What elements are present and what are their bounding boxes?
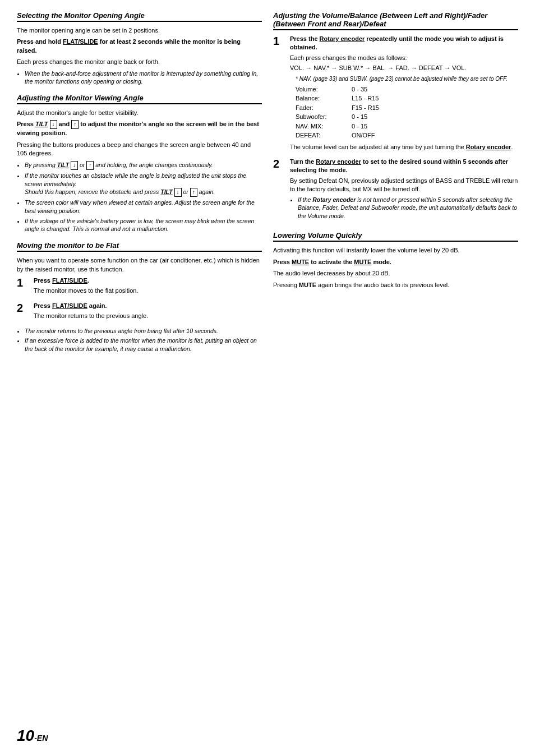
bullet-viewing-3: The screen color will vary when viewed a… <box>25 199 262 215</box>
right-column: Adjusting the Volume/Balance (Between Le… <box>273 11 518 455</box>
value-key-balance: Balance: <box>296 94 340 103</box>
follow-text-mute: The audio level decreases by about 20 dB… <box>273 269 518 278</box>
section-lowering-volume: Lowering Volume Quickly Activating this … <box>273 231 518 290</box>
page: Selecting the Monitor Opening Angle The … <box>0 0 535 756</box>
value-val-defeat: ON/OFF <box>352 131 375 140</box>
step-flat-1-bold: Press FLAT/SLIDE. <box>34 276 262 285</box>
bullet-opening-1: When the back-and-force adjustment of th… <box>25 70 262 86</box>
step-num-flat-1: 1 <box>17 276 30 289</box>
section-volume-balance: Adjusting the Volume/Balance (Between Le… <box>273 11 518 223</box>
section-monitor-viewing: Adjusting the Monitor Viewing Angle Adju… <box>17 94 262 233</box>
value-row-volume: Volume: 0 - 35 <box>296 85 518 94</box>
step-content-flat-2: Press FLAT/SLIDE again. The monitor retu… <box>34 302 262 322</box>
step-num-vol-1: 1 <box>273 35 287 47</box>
step-flat-1: 1 Press FLAT/SLIDE. The monitor moves to… <box>17 276 262 297</box>
step-flat-1-text: The monitor moves to the flat position. <box>34 287 262 295</box>
value-row-navmix: NAV. MIX: 0 - 15 <box>296 122 518 131</box>
bullets-opening: When the back-and-force adjustment of th… <box>25 70 262 86</box>
step-num-vol-2: 2 <box>273 158 287 170</box>
bullet-viewing-1: By pressing TILT ↓ or ↑ and holding, the… <box>25 161 262 170</box>
bullet-vol-2-1: If the Rotary encoder is not turned or p… <box>298 196 518 220</box>
step-flat-2-text: The monitor returns to the previous angl… <box>34 312 262 320</box>
step-vol-2: 2 Turn the Rotary encoder to set to the … <box>273 158 518 223</box>
value-row-subwoofer: Subwoofer: 0 - 15 <box>296 112 518 122</box>
follow-text-viewing: Pressing the buttons produces a beep and… <box>17 141 262 158</box>
intro-monitor-flat: When you want to operate some function o… <box>17 256 262 274</box>
page-suffix: -EN <box>34 734 48 743</box>
step-vol-1-after: The volume level can be adjusted at any … <box>290 143 518 151</box>
step-content-vol-2: Turn the Rotary encoder to set to the de… <box>290 158 518 223</box>
section-title-volume-balance: Adjusting the Volume/Balance (Between Le… <box>273 11 518 30</box>
step-content-flat-1: Press FLAT/SLIDE. The monitor moves to t… <box>34 276 262 297</box>
section-title-monitor-flat: Moving the monitor to be Flat <box>17 241 262 252</box>
step-flat-2: 2 Press FLAT/SLIDE again. The monitor re… <box>17 302 262 322</box>
bullet-viewing-2: If the monitor touches an obstacle while… <box>25 172 262 197</box>
section-title-lowering-volume: Lowering Volume Quickly <box>273 231 518 242</box>
step-vol-2-bold: Turn the Rotary encoder to set to the de… <box>290 158 518 175</box>
bold-instruction-opening: Press and hold FLAT/SLIDE for at least 2… <box>17 38 262 55</box>
section-monitor-flat: Moving the monitor to be Flat When you w… <box>17 241 262 353</box>
value-val-balance: L15 - R15 <box>352 94 379 103</box>
instruction-text-opening: Press and hold FLAT/SLIDE for at least 2… <box>17 38 241 53</box>
intro-lowering-volume: Activating this function will instantly … <box>273 246 518 255</box>
follow-text-opening: Each press changes the monitor angle bac… <box>17 58 262 66</box>
value-key-navmix: NAV. MIX: <box>296 122 340 131</box>
page-number: 10-EN <box>17 727 48 745</box>
value-key-volume: Volume: <box>296 85 340 94</box>
page-num-text: 10 <box>17 727 34 744</box>
step-vol-1-bold: Press the Rotary encoder repeatedly unti… <box>290 35 518 52</box>
value-row-balance: Balance: L15 - R15 <box>296 94 518 103</box>
bold-instruction-viewing: Press TILT ↓ and ↑ to adjust the monitor… <box>17 120 262 137</box>
bullets-viewing: By pressing TILT ↓ or ↑ and holding, the… <box>25 161 262 234</box>
section-monitor-opening: Selecting the Monitor Opening Angle The … <box>17 11 262 86</box>
value-table: Volume: 0 - 35 Balance: L15 - R15 Fader:… <box>296 85 518 140</box>
intro-monitor-viewing: Adjust the monitor's angle for better vi… <box>17 109 262 117</box>
step-vol-2-follow: By setting Defeat ON, previously adjuste… <box>290 177 518 194</box>
left-column: Selecting the Monitor Opening Angle The … <box>17 11 262 455</box>
bullets-vol-2: If the Rotary encoder is not turned or p… <box>298 196 518 220</box>
after-text-mute: Pressing MUTE again brings the audio bac… <box>273 281 518 289</box>
value-key-subwoofer: Subwoofer: <box>296 112 340 122</box>
bullet-flat-2: If an excessive force is added to the mo… <box>25 336 262 353</box>
value-row-fader: Fader: F15 - R15 <box>296 103 518 113</box>
intro-monitor-opening: The monitor opening angle can be set in … <box>17 26 262 35</box>
bullet-viewing-4: If the voltage of the vehicle's battery … <box>25 217 262 233</box>
value-val-fader: F15 - R15 <box>352 103 379 113</box>
step-flat-2-bold: Press FLAT/SLIDE again. <box>34 302 262 310</box>
step-vol-1-note: * NAV. (page 33) and SUBW. (page 23) can… <box>296 76 518 82</box>
value-val-navmix: 0 - 15 <box>352 122 367 131</box>
step-content-vol-1: Press the Rotary encoder repeatedly unti… <box>290 35 518 153</box>
instruction-text-viewing: Press TILT ↓ and ↑ to adjust the monitor… <box>17 121 259 136</box>
bold-instruction-mute: Press MUTE to activate the MUTE mode. <box>273 258 518 266</box>
value-val-volume: 0 - 35 <box>352 85 367 94</box>
step-vol-1-follow: Each press changes the modes as follows: <box>290 54 518 62</box>
bullet-flat-1: The monitor returns to the previous angl… <box>25 327 262 335</box>
value-val-subwoofer: 0 - 15 <box>352 112 367 122</box>
value-key-defeat: DEFEAT: <box>296 131 340 140</box>
value-row-defeat: DEFEAT: ON/OFF <box>296 131 518 140</box>
value-key-fader: Fader: <box>296 103 340 113</box>
section-title-monitor-opening: Selecting the Monitor Opening Angle <box>17 11 262 22</box>
bullets-flat: The monitor returns to the previous angl… <box>25 327 262 353</box>
step-vol-1-modes: VOL. → NAV.* → SUB W.* → BAL. → FAD. → D… <box>290 64 518 72</box>
section-title-monitor-viewing: Adjusting the Monitor Viewing Angle <box>17 94 262 104</box>
step-num-flat-2: 2 <box>17 302 30 314</box>
step-vol-1: 1 Press the Rotary encoder repeatedly un… <box>273 35 518 153</box>
